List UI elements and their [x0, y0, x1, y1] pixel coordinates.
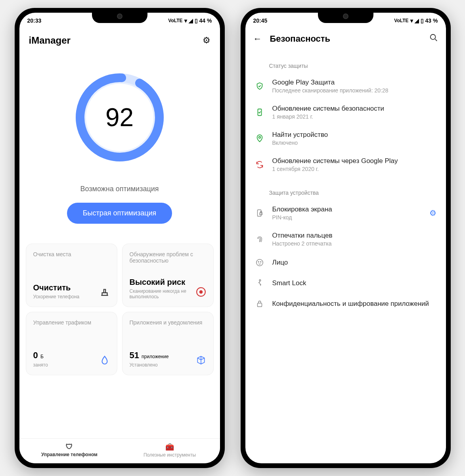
- optimization-hint: Возможна оптимизация: [80, 185, 159, 193]
- card-security[interactable]: Обнаружение проблем с безопасностью Высо…: [122, 244, 214, 307]
- row-face-title: Лицо: [272, 259, 436, 267]
- row-find-device[interactable]: Найти устройство Включено: [245, 125, 446, 152]
- camera: [117, 13, 122, 19]
- page-title: Безопасность: [270, 34, 421, 44]
- wifi-icon: ▾: [410, 17, 413, 24]
- face-icon: [255, 258, 264, 267]
- row-screen-lock-sub: PIN-код: [272, 214, 421, 221]
- gauge: 92: [64, 62, 175, 173]
- tab-tools-label: Полезные инструменты: [144, 452, 196, 458]
- row-face[interactable]: Лицо: [245, 252, 446, 273]
- cards-grid: Очистка места Очистить Ускорение телефон…: [19, 244, 220, 375]
- screen-imanager: 20:33 VoLTE ▾ ◢ ▯ 44 % iManager ⚙ 92: [19, 13, 220, 463]
- status-right: VoLTE ▾ ◢ ▯ 43 %: [394, 17, 438, 24]
- camera: [343, 13, 348, 19]
- row-find-device-sub: Включено: [272, 140, 436, 146]
- row-play-system-update-title: Обновление системы через Google Play: [272, 157, 436, 165]
- walk-icon: [255, 278, 264, 288]
- fingerprint-icon: [255, 234, 264, 244]
- card-security-sub: Сканирование никогда не выполнялось: [130, 288, 196, 299]
- lte-icon: VoLTE: [168, 18, 182, 23]
- row-screen-lock[interactable]: Блокировка экрана PIN-код ⚙: [245, 200, 446, 226]
- app-title: iManager: [29, 35, 71, 46]
- svg-point-5: [430, 35, 435, 40]
- appbar: iManager ⚙: [19, 27, 220, 54]
- phone-lock-icon: [255, 208, 264, 218]
- status-time: 20:33: [27, 17, 42, 24]
- card-traffic-value: 0 Б: [33, 350, 100, 361]
- section-device-protection: Защита устройства: [245, 178, 446, 200]
- status-time: 20:45: [253, 17, 268, 24]
- card-apps[interactable]: Приложения и уведомления 51 приложение У…: [122, 312, 214, 375]
- row-security-update-title: Обновление системы безопасности: [272, 105, 436, 113]
- drop-icon: [100, 355, 110, 368]
- battery-pct: 44 %: [199, 17, 212, 24]
- status-right: VoLTE ▾ ◢ ▯ 44 %: [168, 17, 212, 24]
- card-clean-sub: Ускорение телефона: [33, 294, 100, 299]
- back-icon[interactable]: ←: [253, 34, 262, 44]
- section-protection-status: Статус защиты: [245, 51, 446, 73]
- row-play-system-update[interactable]: Обновление системы через Google Play 1 с…: [245, 152, 446, 178]
- row-find-device-title: Найти устройство: [272, 131, 436, 139]
- gear-icon[interactable]: ⚙: [429, 208, 436, 218]
- gauge-section: 92 Возможна оптимизация Быстрая оптимиза…: [19, 54, 220, 236]
- lock-icon: [255, 299, 264, 309]
- bottombar: 🛡 Управление телефоном 🧰 Полезные инстру…: [19, 438, 220, 463]
- search-icon[interactable]: [429, 33, 438, 44]
- svg-rect-8: [257, 210, 261, 217]
- row-privacy-encryption[interactable]: Конфиденциальность и шифрование приложен…: [245, 294, 446, 314]
- row-play-protect[interactable]: Google Play Защита Последнее сканировани…: [245, 73, 446, 99]
- svg-rect-14: [257, 303, 262, 307]
- quick-optimize-button[interactable]: Быстрая оптимизация: [67, 203, 172, 224]
- card-security-title: Высокий риск: [130, 277, 196, 287]
- row-play-protect-title: Google Play Защита: [272, 79, 436, 86]
- toolbox-icon: 🧰: [165, 443, 174, 451]
- broom-icon: [100, 287, 110, 299]
- row-fingerprints-title: Отпечатки пальцев: [272, 232, 436, 240]
- card-clean-title: Очистить: [33, 283, 100, 292]
- row-privacy-encryption-title: Конфиденциальность и шифрование приложен…: [272, 300, 436, 308]
- phone-imanager: 20:33 VoLTE ▾ ◢ ▯ 44 % iManager ⚙ 92: [15, 8, 225, 468]
- tab-tools[interactable]: 🧰 Полезные инструменты: [120, 439, 220, 463]
- card-traffic-header: Управление трафиком: [33, 319, 110, 326]
- cube-icon: [196, 355, 206, 368]
- refresh-alert-icon: [255, 160, 264, 169]
- shield-check-icon: [255, 81, 264, 91]
- card-apps-header: Приложения и уведомления: [130, 319, 206, 326]
- wifi-icon: ▾: [184, 17, 187, 24]
- topbar-security: ← Безопасность: [245, 27, 446, 51]
- lte-icon: VoLTE: [394, 18, 408, 23]
- card-traffic-sub: занято: [33, 362, 100, 368]
- tab-manage[interactable]: 🛡 Управление телефоном: [19, 439, 120, 463]
- svg-point-11: [258, 261, 259, 262]
- phone-security: 20:45 VoLTE ▾ ◢ ▯ 43 % ← Безопасность Ст…: [241, 8, 451, 468]
- svg-point-10: [256, 259, 263, 266]
- row-security-update[interactable]: Обновление системы безопасности 1 января…: [245, 99, 446, 125]
- gauge-score: 92: [86, 84, 153, 151]
- card-clean[interactable]: Очистка места Очистить Ускорение телефон…: [26, 244, 117, 307]
- phone-check-icon: [255, 107, 264, 117]
- shield-icon: 🛡: [66, 443, 73, 451]
- battery-pct: 43 %: [425, 17, 438, 24]
- target-icon: [196, 287, 206, 299]
- screen-security: 20:45 VoLTE ▾ ◢ ▯ 43 % ← Безопасность Ст…: [245, 13, 446, 463]
- location-icon: [255, 134, 264, 143]
- row-security-update-sub: 1 января 2021 г.: [272, 113, 436, 120]
- svg-point-7: [258, 136, 260, 138]
- battery-icon: ▯: [195, 17, 198, 24]
- card-traffic[interactable]: Управление трафиком 0 Б занято: [26, 312, 117, 375]
- row-smart-lock-title: Smart Lock: [272, 279, 436, 287]
- row-play-system-update-sub: 1 сентября 2020 г.: [272, 166, 436, 172]
- card-apps-value: 51 приложение: [130, 350, 196, 361]
- row-play-protect-sub: Последнее сканирование приложений: 20:28: [272, 87, 436, 94]
- row-fingerprints-sub: Настроено 2 отпечатка: [272, 240, 436, 247]
- signal-icon: ◢: [415, 17, 419, 24]
- svg-point-12: [260, 261, 261, 262]
- signal-icon: ◢: [189, 17, 193, 24]
- card-clean-header: Очистка места: [33, 251, 110, 257]
- settings-icon[interactable]: ⚙: [203, 35, 210, 46]
- svg-point-13: [259, 280, 261, 281]
- row-smart-lock[interactable]: Smart Lock: [245, 273, 446, 294]
- battery-icon: ▯: [421, 17, 424, 24]
- row-fingerprints[interactable]: Отпечатки пальцев Настроено 2 отпечатка: [245, 226, 446, 252]
